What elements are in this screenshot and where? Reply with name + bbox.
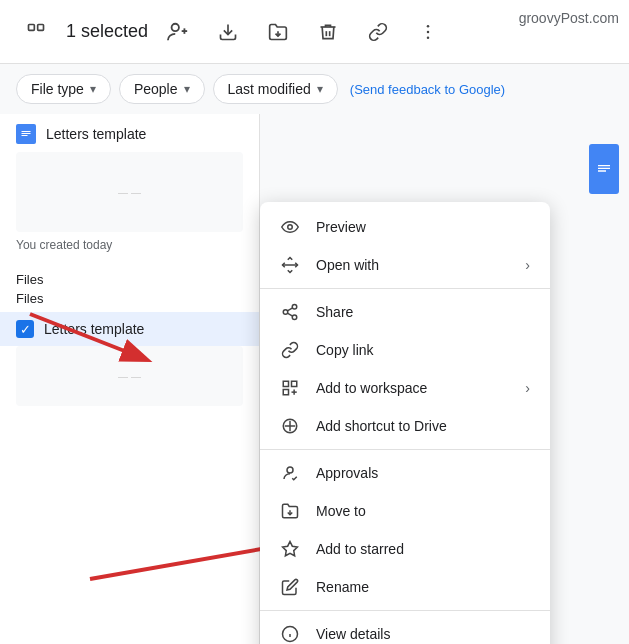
- svg-rect-18: [283, 381, 288, 386]
- preview-icon: [280, 218, 300, 236]
- svg-rect-20: [283, 390, 288, 395]
- right-panel-icon: [589, 144, 619, 194]
- svg-point-9: [427, 36, 430, 39]
- menu-item-copy-link[interactable]: Copy link: [260, 331, 550, 369]
- file-list: Letters template — — You created today F…: [0, 114, 260, 644]
- download-button[interactable]: [208, 12, 248, 52]
- svg-point-2: [172, 23, 179, 30]
- menu-item-add-starred[interactable]: Add to starred: [260, 530, 550, 568]
- file-preview: — —: [16, 152, 243, 232]
- add-shortcut-icon: [280, 417, 300, 435]
- approvals-label: Approvals: [316, 465, 530, 481]
- star-icon: [280, 540, 300, 558]
- file-row-name: Letters template: [44, 321, 144, 337]
- copy-link-icon: [280, 341, 300, 359]
- watermark: groovyPost.com: [519, 10, 619, 26]
- rename-label: Rename: [316, 579, 530, 595]
- suggested-file-card[interactable]: Letters template — — You created today: [0, 114, 259, 262]
- svg-point-11: [288, 225, 293, 230]
- add-workspace-label: Add to workspace: [316, 380, 509, 396]
- menu-item-add-workspace[interactable]: Add to workspace ›: [260, 369, 550, 407]
- context-menu: Preview Open with › Share: [260, 202, 550, 644]
- more-options-button[interactable]: [408, 12, 448, 52]
- open-with-arrow-icon: ›: [525, 257, 530, 273]
- selected-count: 1 selected: [66, 21, 148, 42]
- svg-rect-0: [29, 24, 35, 30]
- files-section-label: Files: [0, 262, 259, 291]
- menu-button[interactable]: [16, 12, 56, 52]
- add-starred-label: Add to starred: [316, 541, 530, 557]
- preview-label: Preview: [316, 219, 530, 235]
- check-icon: ✓: [20, 323, 31, 336]
- file-row-selected[interactable]: ✓ Letters template: [0, 312, 259, 346]
- menu-item-approvals[interactable]: Approvals: [260, 454, 550, 492]
- svg-marker-26: [283, 542, 298, 556]
- file-card-title: Letters template: [16, 124, 243, 144]
- svg-rect-1: [38, 24, 44, 30]
- last-modified-label: Last modified: [228, 81, 311, 97]
- file-card-meta: You created today: [16, 238, 243, 252]
- divider-3: [260, 610, 550, 611]
- doc-icon: [16, 124, 36, 144]
- feedback-link[interactable]: (Send feedback to Google): [350, 82, 505, 97]
- divider-2: [260, 449, 550, 450]
- folder-move-button[interactable]: [258, 12, 298, 52]
- share-label: Share: [316, 304, 530, 320]
- view-details-label: View details: [316, 626, 530, 642]
- menu-item-add-shortcut[interactable]: Add shortcut to Drive: [260, 407, 550, 445]
- filter-bar: File type ▾ People ▾ Last modified ▾ (Se…: [0, 64, 629, 114]
- people-label: People: [134, 81, 178, 97]
- add-workspace-icon: [280, 379, 300, 397]
- move-to-label: Move to: [316, 503, 530, 519]
- divider-1: [260, 288, 550, 289]
- svg-rect-19: [292, 381, 297, 386]
- add-person-button[interactable]: [158, 12, 198, 52]
- open-with-icon: [280, 256, 300, 274]
- menu-item-share[interactable]: Share: [260, 293, 550, 331]
- add-workspace-arrow-icon: ›: [525, 380, 530, 396]
- menu-item-preview[interactable]: Preview: [260, 208, 550, 246]
- people-filter[interactable]: People ▾: [119, 74, 205, 104]
- svg-point-8: [427, 30, 430, 33]
- file-row-preview: — —: [16, 346, 243, 406]
- svg-line-16: [287, 313, 292, 316]
- link-button[interactable]: [358, 12, 398, 52]
- share-icon: [280, 303, 300, 321]
- menu-item-rename[interactable]: Rename: [260, 568, 550, 606]
- svg-point-13: [292, 305, 297, 310]
- svg-point-14: [283, 310, 288, 315]
- file-type-arrow-icon: ▾: [90, 82, 96, 96]
- svg-point-7: [427, 24, 430, 27]
- approvals-icon: [280, 464, 300, 482]
- last-modified-filter[interactable]: Last modified ▾: [213, 74, 338, 104]
- people-arrow-icon: ▾: [184, 82, 190, 96]
- toolbar: 1 selected: [0, 0, 629, 64]
- last-modified-arrow-icon: ▾: [317, 82, 323, 96]
- open-with-label: Open with: [316, 257, 509, 273]
- add-shortcut-label: Add shortcut to Drive: [316, 418, 530, 434]
- svg-line-17: [287, 308, 292, 311]
- file-type-filter[interactable]: File type ▾: [16, 74, 111, 104]
- svg-point-24: [287, 467, 293, 473]
- move-to-icon: [280, 502, 300, 520]
- svg-point-15: [292, 315, 297, 320]
- delete-button[interactable]: [308, 12, 348, 52]
- suggested-file-name: Letters template: [46, 126, 146, 142]
- file-type-label: File type: [31, 81, 84, 97]
- copy-link-label: Copy link: [316, 342, 530, 358]
- menu-item-open-with[interactable]: Open with ›: [260, 246, 550, 284]
- info-icon: [280, 625, 300, 643]
- file-checkbox-checked[interactable]: ✓: [16, 320, 34, 338]
- menu-item-move-to[interactable]: Move to: [260, 492, 550, 530]
- rename-icon: [280, 578, 300, 596]
- menu-item-view-details[interactable]: View details: [260, 615, 550, 644]
- content-area: Letters template — — You created today F…: [0, 114, 629, 644]
